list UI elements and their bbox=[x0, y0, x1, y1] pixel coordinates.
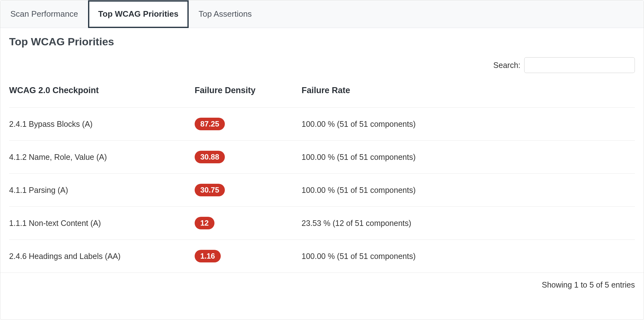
table-row: 2.4.6 Headings and Labels (AA) 1.16 100.… bbox=[9, 240, 635, 273]
cell-density: 87.25 bbox=[195, 108, 302, 141]
table-footer: Showing 1 to 5 of 5 entries bbox=[0, 272, 644, 297]
tab-scan-performance[interactable]: Scan Performance bbox=[0, 0, 88, 28]
tab-label: Top WCAG Priorities bbox=[98, 9, 178, 19]
density-pill: 30.88 bbox=[195, 151, 225, 163]
cell-rate: 100.00 % (51 of 51 components) bbox=[302, 108, 635, 141]
cell-checkpoint: 4.1.2 Name, Role, Value (A) bbox=[9, 141, 195, 174]
cell-density: 30.88 bbox=[195, 141, 302, 174]
col-label: Failure Density bbox=[195, 86, 256, 95]
priorities-table: WCAG 2.0 Checkpoint Failure Density Fail… bbox=[9, 82, 635, 272]
tabs: Scan Performance Top WCAG Priorities Top… bbox=[0, 0, 644, 28]
search-input[interactable] bbox=[524, 57, 635, 73]
tab-top-assertions[interactable]: Top Assertions bbox=[189, 0, 262, 28]
table-row: 4.1.1 Parsing (A) 30.75 100.00 % (51 of … bbox=[9, 174, 635, 207]
cell-density: 30.75 bbox=[195, 174, 302, 207]
col-label: WCAG 2.0 Checkpoint bbox=[9, 86, 99, 95]
col-failure-density[interactable]: Failure Density bbox=[195, 82, 302, 108]
cell-rate: 100.00 % (51 of 51 components) bbox=[302, 174, 635, 207]
cell-density: 12 bbox=[195, 207, 302, 240]
search-label: Search: bbox=[493, 61, 520, 70]
cell-checkpoint: 2.4.6 Headings and Labels (AA) bbox=[9, 240, 195, 273]
cell-density: 1.16 bbox=[195, 240, 302, 273]
col-label: Failure Rate bbox=[302, 86, 350, 95]
entries-info: Showing 1 to 5 of 5 entries bbox=[542, 280, 635, 289]
cell-checkpoint: 4.1.1 Parsing (A) bbox=[9, 174, 195, 207]
search-row: Search: bbox=[9, 57, 635, 73]
tab-top-wcag-priorities[interactable]: Top WCAG Priorities bbox=[88, 0, 188, 28]
content: Top WCAG Priorities Search: WCAG 2.0 Che… bbox=[0, 28, 644, 272]
page-title: Top WCAG Priorities bbox=[9, 36, 635, 48]
density-pill: 12 bbox=[195, 217, 214, 229]
density-pill: 87.25 bbox=[195, 118, 225, 130]
density-pill: 30.75 bbox=[195, 184, 225, 196]
col-failure-rate[interactable]: Failure Rate bbox=[302, 82, 635, 108]
table-row: 1.1.1 Non-text Content (A) 12 23.53 % (1… bbox=[9, 207, 635, 240]
cell-checkpoint: 2.4.1 Bypass Blocks (A) bbox=[9, 108, 195, 141]
cell-rate: 100.00 % (51 of 51 components) bbox=[302, 240, 635, 273]
cell-rate: 23.53 % (12 of 51 components) bbox=[302, 207, 635, 240]
col-checkpoint[interactable]: WCAG 2.0 Checkpoint bbox=[9, 82, 195, 108]
tab-label: Top Assertions bbox=[199, 9, 252, 19]
density-pill: 1.16 bbox=[195, 250, 221, 262]
table-row: 4.1.2 Name, Role, Value (A) 30.88 100.00… bbox=[9, 141, 635, 174]
table-row: 2.4.1 Bypass Blocks (A) 87.25 100.00 % (… bbox=[9, 108, 635, 141]
cell-checkpoint: 1.1.1 Non-text Content (A) bbox=[9, 207, 195, 240]
table-header-row: WCAG 2.0 Checkpoint Failure Density Fail… bbox=[9, 82, 635, 108]
cell-rate: 100.00 % (51 of 51 components) bbox=[302, 141, 635, 174]
panel: Scan Performance Top WCAG Priorities Top… bbox=[0, 0, 644, 320]
tab-label: Scan Performance bbox=[10, 9, 78, 19]
